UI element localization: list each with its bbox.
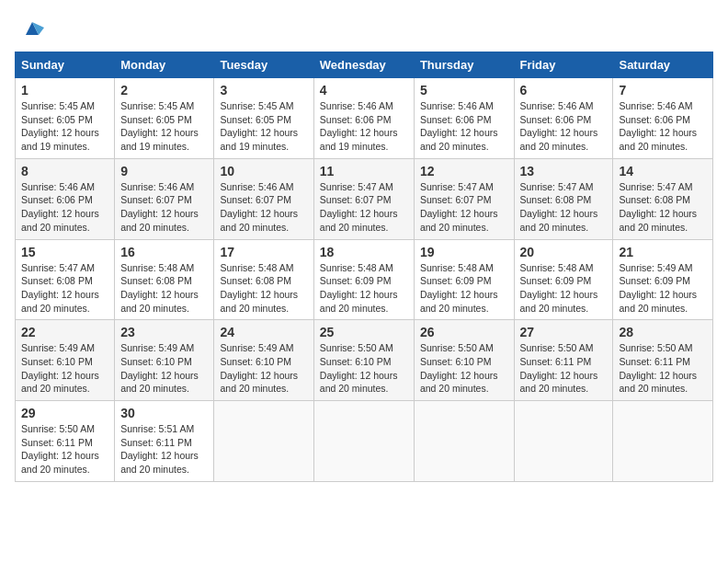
day-number: 18 bbox=[320, 245, 408, 259]
day-detail: Sunrise: 5:48 AMSunset: 6:09 PMDaylight:… bbox=[520, 262, 598, 314]
day-header-sunday: Sunday bbox=[16, 52, 115, 78]
page-header bbox=[15, 15, 713, 42]
day-number: 28 bbox=[619, 325, 707, 339]
calendar-day-cell: 15 Sunrise: 5:47 AMSunset: 6:08 PMDaylig… bbox=[16, 239, 115, 320]
calendar-day-cell: 4 Sunrise: 5:46 AMSunset: 6:06 PMDayligh… bbox=[313, 78, 414, 159]
day-number: 30 bbox=[120, 406, 208, 420]
calendar-day-cell: 20 Sunrise: 5:48 AMSunset: 6:09 PMDaylig… bbox=[514, 239, 613, 320]
calendar-week-row: 1 Sunrise: 5:45 AMSunset: 6:05 PMDayligh… bbox=[16, 78, 713, 159]
day-number: 23 bbox=[120, 325, 208, 339]
day-number: 25 bbox=[320, 325, 408, 339]
calendar-day-cell: 2 Sunrise: 5:45 AMSunset: 6:05 PMDayligh… bbox=[115, 78, 214, 159]
day-header-friday: Friday bbox=[514, 52, 613, 78]
day-number: 12 bbox=[420, 164, 508, 178]
day-number: 9 bbox=[120, 164, 208, 178]
day-detail: Sunrise: 5:47 AMSunset: 6:08 PMDaylight:… bbox=[619, 181, 697, 233]
day-detail: Sunrise: 5:49 AMSunset: 6:10 PMDaylight:… bbox=[120, 342, 199, 394]
day-detail: Sunrise: 5:45 AMSunset: 6:05 PMDaylight:… bbox=[120, 100, 199, 152]
day-detail: Sunrise: 5:51 AMSunset: 6:11 PMDaylight:… bbox=[120, 423, 199, 475]
day-detail: Sunrise: 5:49 AMSunset: 6:09 PMDaylight:… bbox=[619, 262, 697, 314]
day-detail: Sunrise: 5:46 AMSunset: 6:06 PMDaylight:… bbox=[619, 100, 697, 152]
calendar-day-cell: 25 Sunrise: 5:50 AMSunset: 6:10 PMDaylig… bbox=[313, 320, 414, 401]
calendar-day-cell: 10 Sunrise: 5:46 AMSunset: 6:07 PMDaylig… bbox=[214, 158, 313, 239]
day-detail: Sunrise: 5:48 AMSunset: 6:08 PMDaylight:… bbox=[220, 262, 298, 314]
day-number: 7 bbox=[619, 83, 707, 98]
day-detail: Sunrise: 5:48 AMSunset: 6:08 PMDaylight:… bbox=[120, 262, 199, 314]
day-header-thursday: Thursday bbox=[414, 52, 514, 78]
day-number: 2 bbox=[120, 83, 208, 98]
day-header-monday: Monday bbox=[115, 52, 214, 78]
day-detail: Sunrise: 5:47 AMSunset: 6:08 PMDaylight:… bbox=[21, 262, 99, 314]
calendar-day-cell: 18 Sunrise: 5:48 AMSunset: 6:09 PMDaylig… bbox=[313, 239, 414, 320]
calendar-day-cell: 13 Sunrise: 5:47 AMSunset: 6:08 PMDaylig… bbox=[514, 158, 613, 239]
calendar-day-cell: 22 Sunrise: 5:49 AMSunset: 6:10 PMDaylig… bbox=[16, 320, 115, 401]
day-number: 20 bbox=[520, 245, 608, 259]
logo-icon bbox=[18, 15, 46, 42]
day-detail: Sunrise: 5:47 AMSunset: 6:08 PMDaylight:… bbox=[520, 181, 598, 233]
day-detail: Sunrise: 5:46 AMSunset: 6:06 PMDaylight:… bbox=[21, 181, 99, 233]
day-number: 6 bbox=[520, 83, 608, 98]
calendar-day-cell: 9 Sunrise: 5:46 AMSunset: 6:07 PMDayligh… bbox=[115, 158, 214, 239]
calendar-day-cell: 23 Sunrise: 5:49 AMSunset: 6:10 PMDaylig… bbox=[115, 320, 214, 401]
day-detail: Sunrise: 5:46 AMSunset: 6:07 PMDaylight:… bbox=[220, 181, 298, 233]
day-detail: Sunrise: 5:46 AMSunset: 6:07 PMDaylight:… bbox=[120, 181, 199, 233]
calendar-day-cell: 7 Sunrise: 5:46 AMSunset: 6:06 PMDayligh… bbox=[613, 78, 713, 159]
calendar-day-cell: 30 Sunrise: 5:51 AMSunset: 6:11 PMDaylig… bbox=[115, 401, 214, 482]
day-detail: Sunrise: 5:47 AMSunset: 6:07 PMDaylight:… bbox=[420, 181, 498, 233]
day-number: 22 bbox=[21, 325, 108, 339]
day-detail: Sunrise: 5:49 AMSunset: 6:10 PMDaylight:… bbox=[21, 342, 99, 394]
day-number: 19 bbox=[420, 245, 508, 259]
day-number: 11 bbox=[320, 164, 408, 178]
calendar-week-row: 29 Sunrise: 5:50 AMSunset: 6:11 PMDaylig… bbox=[16, 401, 713, 482]
day-detail: Sunrise: 5:50 AMSunset: 6:11 PMDaylight:… bbox=[520, 342, 598, 394]
empty-cell bbox=[514, 401, 613, 482]
calendar-day-cell: 14 Sunrise: 5:47 AMSunset: 6:08 PMDaylig… bbox=[613, 158, 713, 239]
day-number: 8 bbox=[21, 164, 108, 178]
day-detail: Sunrise: 5:46 AMSunset: 6:06 PMDaylight:… bbox=[420, 100, 498, 152]
calendar-week-row: 22 Sunrise: 5:49 AMSunset: 6:10 PMDaylig… bbox=[16, 320, 713, 401]
day-detail: Sunrise: 5:47 AMSunset: 6:07 PMDaylight:… bbox=[320, 181, 398, 233]
calendar-day-cell: 17 Sunrise: 5:48 AMSunset: 6:08 PMDaylig… bbox=[214, 239, 313, 320]
calendar-day-cell: 21 Sunrise: 5:49 AMSunset: 6:09 PMDaylig… bbox=[613, 239, 713, 320]
day-number: 5 bbox=[420, 83, 508, 98]
empty-cell bbox=[613, 401, 713, 482]
empty-cell bbox=[414, 401, 514, 482]
calendar-day-cell: 6 Sunrise: 5:46 AMSunset: 6:06 PMDayligh… bbox=[514, 78, 613, 159]
day-header-tuesday: Tuesday bbox=[214, 52, 313, 78]
day-detail: Sunrise: 5:45 AMSunset: 6:05 PMDaylight:… bbox=[21, 100, 99, 152]
day-number: 27 bbox=[520, 325, 608, 339]
day-header-wednesday: Wednesday bbox=[313, 52, 414, 78]
day-number: 14 bbox=[619, 164, 707, 178]
day-detail: Sunrise: 5:45 AMSunset: 6:05 PMDaylight:… bbox=[220, 100, 298, 152]
day-number: 13 bbox=[520, 164, 608, 178]
day-detail: Sunrise: 5:50 AMSunset: 6:11 PMDaylight:… bbox=[619, 342, 697, 394]
calendar-day-cell: 11 Sunrise: 5:47 AMSunset: 6:07 PMDaylig… bbox=[313, 158, 414, 239]
calendar-day-cell: 16 Sunrise: 5:48 AMSunset: 6:08 PMDaylig… bbox=[115, 239, 214, 320]
day-detail: Sunrise: 5:50 AMSunset: 6:10 PMDaylight:… bbox=[420, 342, 498, 394]
day-number: 16 bbox=[120, 245, 208, 259]
day-detail: Sunrise: 5:50 AMSunset: 6:11 PMDaylight:… bbox=[21, 423, 99, 475]
day-detail: Sunrise: 5:46 AMSunset: 6:06 PMDaylight:… bbox=[520, 100, 598, 152]
day-detail: Sunrise: 5:49 AMSunset: 6:10 PMDaylight:… bbox=[220, 342, 298, 394]
day-detail: Sunrise: 5:50 AMSunset: 6:10 PMDaylight:… bbox=[320, 342, 398, 394]
logo bbox=[15, 15, 46, 42]
calendar-day-cell: 28 Sunrise: 5:50 AMSunset: 6:11 PMDaylig… bbox=[613, 320, 713, 401]
day-number: 4 bbox=[320, 83, 408, 98]
calendar-day-cell: 29 Sunrise: 5:50 AMSunset: 6:11 PMDaylig… bbox=[16, 401, 115, 482]
day-number: 29 bbox=[21, 406, 108, 420]
day-detail: Sunrise: 5:46 AMSunset: 6:06 PMDaylight:… bbox=[320, 100, 398, 152]
day-number: 17 bbox=[220, 245, 307, 259]
empty-cell bbox=[214, 401, 313, 482]
calendar-day-cell: 27 Sunrise: 5:50 AMSunset: 6:11 PMDaylig… bbox=[514, 320, 613, 401]
calendar-day-cell: 12 Sunrise: 5:47 AMSunset: 6:07 PMDaylig… bbox=[414, 158, 514, 239]
calendar-day-cell: 8 Sunrise: 5:46 AMSunset: 6:06 PMDayligh… bbox=[16, 158, 115, 239]
empty-cell bbox=[313, 401, 414, 482]
day-header-saturday: Saturday bbox=[613, 52, 713, 78]
calendar-table: SundayMondayTuesdayWednesdayThursdayFrid… bbox=[15, 52, 713, 482]
calendar-day-cell: 19 Sunrise: 5:48 AMSunset: 6:09 PMDaylig… bbox=[414, 239, 514, 320]
day-number: 15 bbox=[21, 245, 108, 259]
day-number: 1 bbox=[21, 83, 108, 98]
calendar-week-row: 15 Sunrise: 5:47 AMSunset: 6:08 PMDaylig… bbox=[16, 239, 713, 320]
day-number: 26 bbox=[420, 325, 508, 339]
calendar-day-cell: 24 Sunrise: 5:49 AMSunset: 6:10 PMDaylig… bbox=[214, 320, 313, 401]
